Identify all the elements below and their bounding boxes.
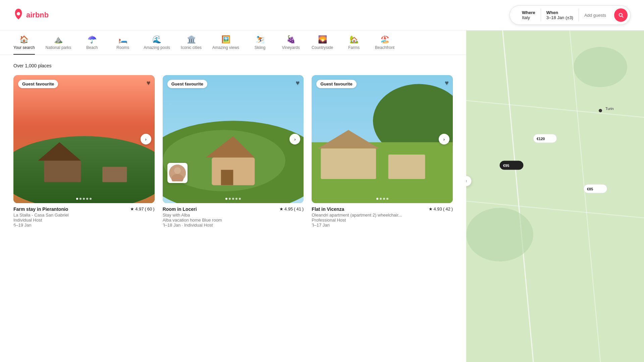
card-title-row-2: Room in Loceri ★ 4.95 (41) [163,206,304,212]
collapse-icon: ‹ [466,179,467,183]
guests-section[interactable]: Add guests [579,11,611,19]
logo[interactable]: airbnb [13,9,49,22]
your-search-icon: 🏠 [19,36,29,43]
farms-icon: 🏡 [350,36,359,43]
header: airbnb Where Italy When 3–18 Jan (±3) Ad… [0,0,644,31]
countryside-icon: 🌄 [318,36,327,43]
dot-2-2 [229,198,231,200]
card-info-3: Flat in Vicenza ★ 4.93 (42) Oleandri apa… [312,203,453,228]
card-dates-3: 3–17 Jan [312,223,453,228]
svg-rect-22 [466,0,644,236]
card-title-row-3: Flat in Vicenza ★ 4.93 (42) [312,206,453,212]
results-count: Over 1,000 places [13,63,453,68]
dot-1-2 [79,198,82,200]
card-host-type-3: Professional Host [312,218,453,223]
map-background: Turin €120 €85 €95 ‹ [466,0,644,236]
svg-rect-6 [102,167,127,182]
category-national-parks[interactable]: ⛰️ National parks [46,36,71,55]
review-count-1: ( [145,206,146,212]
listings-area: Over 1,000 places [0,55,466,236]
category-vineyards[interactable]: 🍇 Vineyards [281,36,301,55]
wishlist-btn-3[interactable]: ♥ [445,79,449,87]
listings-grid: Guest favourite ♥ › Farm stay in Pierant… [13,75,453,228]
card-image-wrapper-2: Guest favourite ♥ › [163,75,304,203]
svg-point-27 [574,47,627,87]
category-label-national-parks: National parks [46,45,71,50]
next-photo-btn-1[interactable]: › [141,134,151,144]
category-skiing[interactable]: ⛷️ Skiing [250,36,270,55]
category-label-beach: Beach [86,45,98,50]
listing-card-2[interactable]: Guest favourite ♥ › [163,75,304,228]
national-parks-icon: ⛰️ [54,36,63,43]
search-button[interactable] [614,8,628,22]
dates-value: 3–18 Jan (±3) [546,15,573,20]
category-label-rooms: Rooms [116,45,129,50]
wishlist-btn-1[interactable]: ♥ [147,79,151,87]
listing-card-1[interactable]: Guest favourite ♥ › Farm stay in Pierant… [13,75,155,228]
search-bar: Where Italy When 3–18 Jan (±3) Add guest… [509,5,631,25]
category-label-beachfront: Beachfront [375,45,394,50]
category-farms[interactable]: 🏡 Farms [344,36,364,55]
category-label-skiing: Skiing [255,45,266,50]
dot-2-1 [225,198,227,200]
guests-placeholder: Add guests [584,13,606,18]
card-rating-1: ★ 4.97 (60) [130,206,154,212]
category-amazing-views[interactable]: 🖼️ Amazing views [212,36,239,55]
listing-card-3[interactable]: Guest favourite ♥ › Flat in Vicenza ★ [312,75,453,228]
svg-rect-21 [388,155,425,179]
main-content: Over 1,000 places [0,55,644,236]
badge-2: Guest favourite [167,80,207,88]
dates-section[interactable]: When 3–18 Jan (±3) [541,9,579,21]
card-subtitle-1: La Stalla - Casa San Gabriel [13,213,155,218]
card-title-3: Flat in Vicenza [312,206,344,212]
next-photo-btn-2[interactable]: › [289,134,300,144]
category-countryside[interactable]: 🌄 Countryside [312,36,333,55]
card-title-2: Room in Loceri [163,206,197,212]
photo-dots-1 [76,198,92,200]
category-beach[interactable]: ☂️ Beach [82,36,102,55]
card-info-1: Farm stay in Pierantonio ★ 4.97 (60) La … [13,203,155,228]
map-panel: Turin €120 €85 €95 ‹ [466,0,644,236]
svg-point-14 [174,167,181,174]
category-label-farms: Farms [348,45,360,50]
photo-dots-3 [376,198,388,200]
badge-3: Guest favourite [316,80,356,88]
skiing-icon: ⛷️ [256,36,265,43]
dot-1-3 [83,198,85,200]
beachfront-icon: 🏖️ [380,36,389,43]
next-photo-btn-3[interactable]: › [439,134,449,144]
amazing-pools-icon: 🌊 [152,36,161,43]
category-your-search[interactable]: 🏠 Your search [13,36,35,55]
card-subtitle-3: Oleandri apartment (apartment 2) wheelch… [312,213,453,218]
category-amazing-pools[interactable]: 🌊 Amazing pools [144,36,170,55]
dot-1-4 [86,198,88,200]
category-rooms[interactable]: 🛏️ Rooms [113,36,133,55]
category-label-amazing-views: Amazing views [212,45,239,50]
dot-3-1 [376,198,378,200]
card-image-wrapper-3: Guest favourite ♥ › [312,75,453,203]
photo-dots-2 [225,198,241,200]
svg-rect-4 [44,161,81,182]
svg-text:€95: €95 [503,164,509,168]
location-section[interactable]: Where Italy [517,9,541,21]
card-dates-1: 6–19 Jan [13,223,155,228]
dot-3-3 [383,198,385,200]
category-label-iconic-cities: Iconic cities [181,45,202,50]
svg-text:Turin: Turin [605,107,614,111]
star-icon-3: ★ [429,206,433,212]
beach-icon: ☂️ [88,36,97,43]
category-iconic-cities[interactable]: 🏛️ Iconic cities [181,36,202,55]
card-host-type-1: Individual Host [13,218,155,223]
dot-2-3 [232,198,234,200]
rooms-icon: 🛏️ [118,36,127,43]
dot-1-5 [90,198,92,200]
rating-value-2: 4.95 [284,206,293,212]
location-label: Where [522,10,535,15]
location-value: Italy [522,15,535,20]
amazing-views-icon: 🖼️ [221,36,230,43]
dot-2-4 [235,198,237,200]
card-title-1: Farm stay in Pierantonio [13,206,68,212]
wishlist-btn-2[interactable]: ♥ [296,79,300,87]
category-beachfront[interactable]: 🏖️ Beachfront [375,36,395,55]
svg-point-29 [599,109,602,112]
